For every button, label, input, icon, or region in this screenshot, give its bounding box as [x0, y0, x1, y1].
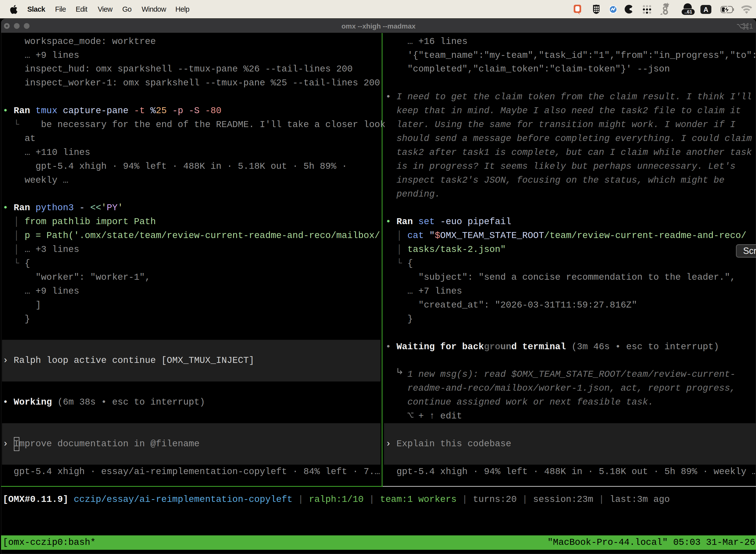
svg-text:A: A — [703, 6, 708, 13]
svg-text:..61: ..61 — [685, 9, 692, 14]
